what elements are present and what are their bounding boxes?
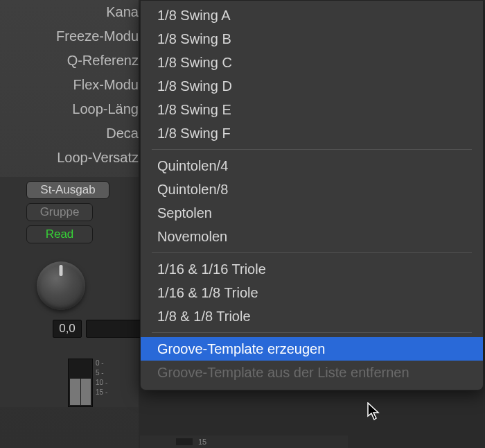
param-label: Flex-Modu <box>73 77 139 93</box>
param-label: Loop-Versatz <box>57 150 139 166</box>
meter-bar-l <box>70 361 80 405</box>
menu-separator <box>152 332 472 333</box>
menu-item-novemolen[interactable]: Novemolen <box>141 225 483 248</box>
menu-item-swing-a[interactable]: 1/8 Swing A <box>141 3 483 27</box>
inspector-panel: Kana Freeze-Modu Q-Referenz Flex-Modu Lo… <box>0 0 139 448</box>
param-looplen: Loop-Läng <box>0 97 139 121</box>
level-meter: 0 - 5 - 10 - 15 - <box>26 359 130 407</box>
param-freeze: Freeze-Modu <box>0 24 139 49</box>
meter-bar-r <box>81 361 91 405</box>
menu-separator <box>152 149 472 150</box>
meter-ticks: 0 - 5 - 10 - 15 - <box>96 359 107 397</box>
stereo-output-button[interactable]: St-Ausgab <box>26 181 109 199</box>
menu-item-swing-d[interactable]: 1/8 Swing D <box>141 74 483 98</box>
menu-item-8-8-triole[interactable]: 1/8 & 1/8 Triole <box>141 304 483 328</box>
pan-knob-wrap <box>26 261 130 310</box>
param-label: Kana <box>106 4 139 20</box>
menu-item-swing-e[interactable]: 1/8 Swing E <box>141 98 483 121</box>
menu-item-16-8-triole[interactable]: 1/16 & 1/8 Triole <box>141 281 483 304</box>
quantize-menu: 1/8 Swing A 1/8 Swing B 1/8 Swing C 1/8 … <box>140 0 484 390</box>
meter-bars <box>68 359 93 407</box>
tick: 0 - <box>96 359 107 368</box>
menu-item-septolen[interactable]: Septolen <box>141 201 483 225</box>
menu-item-quintolen4[interactable]: Quintolen/4 <box>141 154 483 178</box>
menu-item-remove-groove-template: Groove-Template aus der Liste entfernen <box>141 361 483 384</box>
menu-separator <box>152 252 472 253</box>
tick: 5 - <box>96 368 107 378</box>
param-label: Loop-Läng <box>72 101 139 117</box>
param-kana: Kana <box>0 0 139 24</box>
param-flex: Flex-Modu <box>0 73 139 97</box>
menu-item-swing-f[interactable]: 1/8 Swing F <box>141 121 483 145</box>
mouse-cursor-icon <box>367 402 382 422</box>
param-label: Q-Referenz <box>67 53 139 69</box>
param-label: Freeze-Modu <box>56 28 139 44</box>
param-label: Deca <box>106 126 139 141</box>
fader-value[interactable]: 0,0 <box>53 320 82 338</box>
peak-value[interactable] <box>86 320 141 338</box>
menu-item-create-groove-template[interactable]: Groove-Template erzeugen <box>141 337 483 361</box>
param-loopoffset: Loop-Versatz <box>0 146 139 170</box>
strip-tick: 15 <box>198 438 206 446</box>
menu-item-swing-b[interactable]: 1/8 Swing B <box>141 27 483 51</box>
menu-item-quintolen8[interactable]: Quintolen/8 <box>141 178 483 201</box>
param-decay: Deca <box>0 121 139 146</box>
pan-knob[interactable] <box>37 261 85 310</box>
value-row: 0,0 <box>26 320 130 338</box>
bottom-strip: 15 <box>140 436 348 448</box>
group-button[interactable]: Gruppe <box>26 203 93 221</box>
channel-controls: St-Ausgab Gruppe Read 0,0 0 - 5 - 10 - 1… <box>0 177 139 407</box>
tick: 10 - <box>96 378 107 388</box>
menu-item-16-16-triole[interactable]: 1/16 & 1/16 Triole <box>141 257 483 281</box>
tick: 15 - <box>96 388 107 397</box>
strip-segment <box>176 438 193 445</box>
menu-item-swing-c[interactable]: 1/8 Swing C <box>141 51 483 74</box>
automation-read-button[interactable]: Read <box>26 225 93 243</box>
param-qref: Q-Referenz <box>0 49 139 73</box>
